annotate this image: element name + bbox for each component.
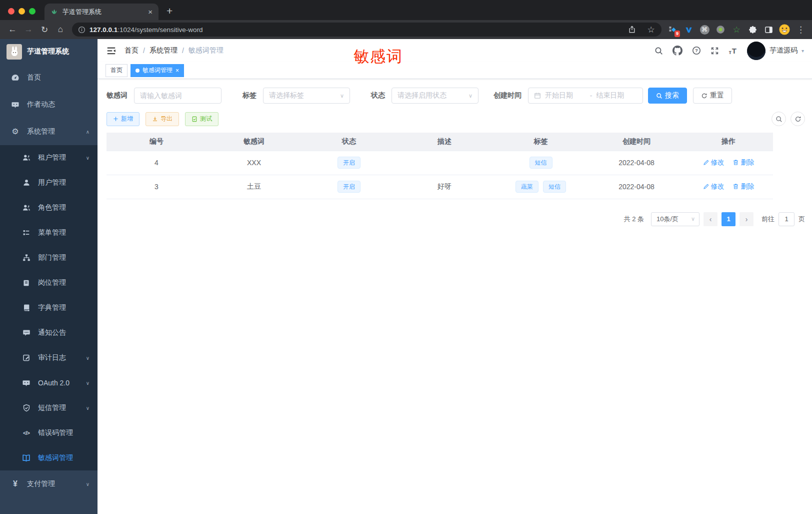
extension-command-icon[interactable]: ⌘ (698, 23, 712, 37)
export-button[interactable]: 导出 (146, 112, 179, 126)
help-icon[interactable]: ? (692, 46, 701, 55)
browser-tabstrip: 芋道管理系统 × + (0, 0, 812, 20)
add-button[interactable]: 新增 (106, 112, 140, 126)
delete-link[interactable]: 删除 (732, 182, 754, 191)
next-page-button[interactable]: › (740, 212, 754, 226)
close-window-button[interactable] (8, 8, 14, 15)
status-select[interactable]: 请选择启用状态 ∨ (392, 88, 478, 104)
share-icon[interactable] (624, 22, 640, 37)
address-bar[interactable]: 127.0.0.1:1024/system/sensitive-word ☆ (72, 23, 662, 37)
search-button[interactable]: 搜索 (648, 88, 687, 104)
menu-tree-icon (22, 229, 30, 237)
sidebar-item-oauth[interactable]: OAuth 2.0 ∨ (0, 370, 98, 395)
role-users-icon (22, 204, 30, 212)
current-page-button[interactable]: 1 (722, 212, 736, 226)
sidebar-item-notice[interactable]: 通知公告 (0, 320, 98, 345)
sidebar-item-role[interactable]: 角色管理 (0, 195, 98, 220)
font-size-icon[interactable]: тT (728, 47, 736, 55)
tag-select[interactable]: 请选择标签 ∨ (263, 88, 350, 104)
sidebar-item-sensitive-word[interactable]: 敏感词管理 (0, 445, 98, 470)
site-info-icon[interactable] (78, 26, 86, 34)
tag-close-icon[interactable]: × (176, 67, 179, 74)
window-controls (0, 8, 44, 20)
sidebar-item-label: 部门管理 (38, 253, 66, 262)
user-avatar (747, 42, 766, 60)
sidebar-item-home[interactable]: 首页 (0, 64, 98, 91)
extension-star-icon[interactable]: ☆ (730, 23, 744, 37)
fullscreen-icon[interactable] (710, 47, 719, 55)
prev-page-button[interactable]: ‹ (704, 212, 718, 226)
calendar-icon (534, 92, 541, 99)
navbar-tools: ? тT 芋道源码 ▾ (654, 42, 804, 60)
search-icon[interactable] (654, 47, 663, 55)
cell-status: 开启 (302, 151, 396, 175)
tag-label: 首页 (110, 66, 122, 75)
sidebar-item-payment[interactable]: ¥ 支付管理 ∨ (0, 470, 98, 497)
back-icon[interactable]: ← (5, 22, 20, 37)
sidebar-item-audit-log[interactable]: 审计日志 ∨ (0, 345, 98, 370)
tag-home[interactable]: 首页 (106, 64, 128, 77)
sidebar-item-dept[interactable]: 部门管理 (0, 245, 98, 270)
date-range-picker[interactable]: 开始日期 - 结束日期 (528, 88, 643, 104)
edit-link[interactable]: 修改 (703, 182, 724, 191)
tab-close-icon[interactable]: × (148, 8, 152, 16)
sidebar-item-sms[interactable]: 短信管理 ∨ (0, 395, 98, 420)
browser-tab[interactable]: 芋道管理系统 × (44, 4, 158, 20)
navbar: 首页 / 系统管理 / 敏感词管理 ? (98, 39, 812, 62)
minimize-window-button[interactable] (18, 8, 25, 15)
home-icon[interactable]: ⌂ (53, 22, 68, 37)
extension-grid-icon[interactable]: 9 (666, 23, 680, 37)
create-time-label: 创建时间 (494, 91, 522, 100)
table-search-button[interactable] (772, 112, 786, 126)
forward-icon[interactable]: → (21, 22, 36, 37)
keyword-input[interactable] (140, 92, 216, 100)
oauth-face-icon (22, 379, 30, 387)
page-content: 敏感词 标签 请选择标签 ∨ 状态 请选择启用状态 ∨ (98, 79, 812, 514)
sidebar-item-menu[interactable]: 菜单管理 (0, 220, 98, 245)
edit-link[interactable]: 修改 (703, 158, 724, 167)
tag-label: 敏感词管理 (142, 66, 172, 75)
cell-status: 开启 (302, 175, 396, 199)
zoom-window-button[interactable] (29, 8, 36, 15)
tag-badge: 蔬菜 (516, 181, 538, 193)
sidebar-item-label: 系统管理 (27, 127, 55, 136)
table-refresh-button[interactable] (790, 112, 805, 126)
reload-icon[interactable]: ↻ (37, 22, 52, 37)
browser-menu-icon[interactable]: ⋮ (794, 25, 807, 35)
new-tab-button[interactable]: + (158, 5, 172, 20)
sidebar-item-system[interactable]: ⚙ 系统管理 ∧ (0, 118, 98, 145)
reset-button[interactable]: 重置 (693, 88, 732, 104)
extensions-puzzle-icon[interactable] (746, 23, 760, 37)
user-menu[interactable]: 芋道源码 ▾ (747, 42, 804, 60)
profile-emoji-icon[interactable] (778, 23, 792, 37)
sidebar-item-tenant[interactable]: 租户管理 ∨ (0, 145, 98, 170)
goto-label: 前往 (762, 215, 774, 224)
collapse-sidebar-icon[interactable] (106, 45, 116, 56)
sidebar-item-label: 作者动态 (27, 100, 55, 109)
breadcrumb-system[interactable]: 系统管理 (150, 46, 178, 55)
side-panel-icon[interactable] (762, 23, 776, 37)
sidebar-item-dict[interactable]: 字典管理 (0, 295, 98, 320)
gear-icon: ⚙ (11, 128, 20, 136)
table-toolbar: 新增 导出 测试 (106, 112, 805, 126)
breadcrumb-home[interactable]: 首页 (124, 46, 138, 55)
extension-vimium-icon[interactable] (682, 23, 696, 37)
sidebar-item-error-code[interactable]: </> 错误码管理 (0, 420, 98, 445)
goto-page-input[interactable] (778, 212, 794, 226)
status-label: 状态 (371, 91, 385, 100)
main-content: 敏感词 首页 / 系统管理 / 敏感词管理 (98, 39, 812, 514)
bookmark-star-icon[interactable]: ☆ (644, 22, 658, 37)
col-id: 编号 (106, 133, 206, 151)
chevron-down-icon: ∨ (86, 155, 90, 161)
github-icon[interactable] (672, 46, 682, 56)
tag-sensitive-word[interactable]: 敏感词管理 × (130, 64, 184, 77)
page-size-select[interactable]: 10条/页 ∨ (651, 212, 700, 226)
tag-badge: 短信 (543, 181, 566, 193)
sidebar-item-post[interactable]: 岗位管理 (0, 270, 98, 295)
extension-recorder-icon[interactable] (714, 23, 728, 37)
sidebar-item-author-news[interactable]: 作者动态 (0, 91, 98, 118)
test-button[interactable]: 测试 (185, 112, 218, 126)
sidebar-item-user[interactable]: 用户管理 (0, 170, 98, 195)
delete-link[interactable]: 删除 (732, 158, 754, 167)
dict-book-icon (22, 304, 30, 312)
